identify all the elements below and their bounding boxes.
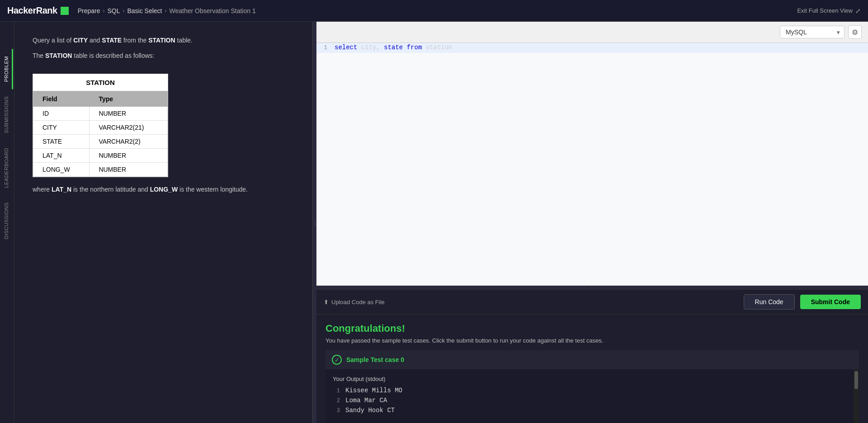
station-table-title: STATION <box>33 74 168 91</box>
output-line-number: 3 <box>333 408 340 414</box>
table-cell: CITY <box>33 120 90 134</box>
output-scrollbar[interactable] <box>854 369 859 423</box>
table-cell: VARCHAR2(2) <box>90 134 168 148</box>
upload-label: Upload Code as File <box>331 299 385 306</box>
check-icon: ✓ <box>332 355 342 365</box>
problem-footer: where LAT_N is the northern latitude and… <box>33 184 294 194</box>
test-case-section: ✓ Sample Test case 0 Your Output (stdout… <box>326 350 859 423</box>
upload-button[interactable]: ⬆ Upload Code as File <box>324 299 385 306</box>
table-row: IDNUMBER <box>33 106 168 120</box>
breadcrumb-current: Weather Observation Station 1 <box>170 7 256 14</box>
breadcrumb-sep3: › <box>165 8 167 14</box>
table-row: LONG_WNUMBER <box>33 162 168 176</box>
keyword-state: state <box>384 44 403 51</box>
keyword-from: from <box>407 44 422 51</box>
table-header-row: Field Type <box>33 91 168 106</box>
output-line: 2Loma Mar CA <box>333 397 846 404</box>
table-row: CITYVARCHAR2(21) <box>33 120 168 134</box>
settings-button[interactable]: ⚙ <box>848 25 862 39</box>
long-w-bold: LONG_W <box>150 186 178 193</box>
sidebar-item-leaderboard[interactable]: Leaderboard <box>1 141 13 195</box>
output-line: 1Kissee Mills MO <box>333 387 846 394</box>
output-scrollbar-thumb <box>854 371 858 389</box>
station-table: Field Type IDNUMBERCITYVARCHAR2(21)STATE… <box>33 91 168 177</box>
fullscreen-icon: ⤢ <box>855 7 861 14</box>
table-cell: VARCHAR2(21) <box>90 120 168 134</box>
editor-toolbar: MySQL Oracle MS SQL Server DB2 ⚙ <box>316 22 868 43</box>
code-editor[interactable]: 1 select city, state from station <box>316 43 868 286</box>
upload-icon: ⬆ <box>324 299 329 306</box>
table-cell: ID <box>33 106 90 120</box>
output-line-text: Kissee Mills MO <box>345 387 402 394</box>
table-cell: NUMBER <box>90 162 168 176</box>
problem-panel: Query a list of CITY and STATE from the … <box>14 22 313 423</box>
output-box-title: Your Output (stdout) <box>333 376 846 382</box>
editor-panel: MySQL Oracle MS SQL Server DB2 ⚙ 1 selec… <box>316 22 868 423</box>
breadcrumb-sep1: › <box>103 8 104 14</box>
station-bold: STATION <box>148 37 175 44</box>
navbar-right: Exit Full Screen View ⤢ <box>797 7 861 14</box>
output-area: Your Output (stdout) 1Kissee Mills MO2Lo… <box>326 369 859 423</box>
navbar: HackerRank Prepare › SQL › Basic Select … <box>0 0 868 22</box>
code-line-1: 1 select city, state from station <box>316 43 868 53</box>
language-select[interactable]: MySQL Oracle MS SQL Server DB2 <box>780 26 844 38</box>
output-line-number: 1 <box>333 388 340 394</box>
run-code-button[interactable]: Run Code <box>744 294 795 310</box>
congrats-title: Congratulations! <box>326 323 859 334</box>
vertical-resizer[interactable]: · · · <box>316 286 868 289</box>
breadcrumb-prepare[interactable]: Prepare <box>78 7 100 14</box>
col-field: Field <box>33 91 90 106</box>
col-type: Type <box>90 91 168 106</box>
line-number-1: 1 <box>316 44 335 51</box>
sidebar-item-submissions[interactable]: Submissions <box>1 89 13 141</box>
code-city: city, <box>361 44 384 51</box>
exit-fullscreen-label: Exit Full Screen View <box>797 7 853 14</box>
brand-name: HackerRank <box>7 5 57 16</box>
output-line-text: Sandy Hook CT <box>345 407 395 414</box>
output-lines: 1Kissee Mills MO2Loma Mar CA3Sandy Hook … <box>333 387 846 414</box>
output-line-text: Loma Mar CA <box>345 397 387 404</box>
table-cell: STATE <box>33 134 90 148</box>
breadcrumb-sql[interactable]: SQL <box>107 7 120 14</box>
problem-described: The STATION table is described as follow… <box>33 51 294 61</box>
output-line: 3Sandy Hook CT <box>333 407 846 414</box>
sidebar-item-problem[interactable]: Problem <box>1 49 13 89</box>
keyword-select: select <box>335 44 357 51</box>
brand-icon <box>61 7 69 15</box>
main-layout: Problem Submissions Leaderboard Discussi… <box>0 22 868 423</box>
table-row: STATEVARCHAR2(2) <box>33 134 168 148</box>
output-panel: Congratulations! You have passed the sam… <box>316 314 868 423</box>
exit-fullscreen-button[interactable]: Exit Full Screen View ⤢ <box>797 7 861 14</box>
test-case-header: ✓ Sample Test case 0 <box>326 350 859 369</box>
table-cell: NUMBER <box>90 148 168 162</box>
table-cell: LONG_W <box>33 162 90 176</box>
breadcrumb: Prepare › SQL › Basic Select › Weather O… <box>78 7 256 14</box>
code-content-1: select city, state from station <box>335 44 868 51</box>
table-cell: LAT_N <box>33 148 90 162</box>
output-line-number: 2 <box>333 398 340 404</box>
city-bold: CITY <box>73 37 88 44</box>
panel-resizer[interactable]: ⋮ <box>313 22 316 423</box>
bottom-toolbar: ⬆ Upload Code as File Run Code Submit Co… <box>316 289 868 314</box>
sidebar-left: Problem Submissions Leaderboard Discussi… <box>0 22 14 423</box>
table-row: LAT_NNUMBER <box>33 148 168 162</box>
state-bold: STATE <box>102 37 122 44</box>
congrats-section: Congratulations! You have passed the sam… <box>316 315 868 350</box>
breadcrumb-basic-select[interactable]: Basic Select <box>127 7 162 14</box>
problem-intro: Query a list of CITY and STATE from the … <box>33 35 294 45</box>
lat-n-bold: LAT_N <box>52 186 71 193</box>
congrats-message: You have passed the sample test cases. C… <box>326 337 859 344</box>
submit-code-button[interactable]: Submit Code <box>800 295 861 309</box>
output-box: Your Output (stdout) 1Kissee Mills MO2Lo… <box>326 369 854 423</box>
test-case-label: Sample Test case 0 <box>346 356 404 363</box>
code-station: station <box>426 44 453 51</box>
language-select-wrapper: MySQL Oracle MS SQL Server DB2 <box>780 26 844 38</box>
station-table-wrapper: STATION Field Type IDNUMBERCITYVARCHAR2(… <box>33 74 168 177</box>
table-cell: NUMBER <box>90 106 168 120</box>
breadcrumb-sep2: › <box>123 8 124 14</box>
station-bold2: STATION <box>45 52 72 59</box>
sidebar-item-discussions[interactable]: Discussions <box>1 195 13 246</box>
brand: HackerRank <box>7 5 69 16</box>
